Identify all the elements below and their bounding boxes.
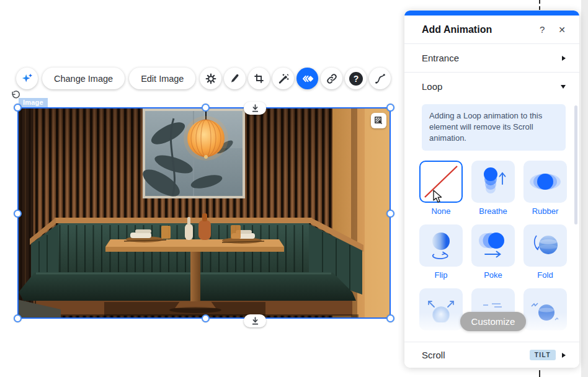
chevron-right-icon [562, 56, 566, 61]
brush-icon [229, 73, 241, 84]
loop-option-poke[interactable]: Poke [471, 224, 515, 280]
interior-photo [17, 107, 391, 319]
rotate-handle[interactable] [10, 90, 21, 104]
poke-icon [477, 232, 509, 259]
section-guide-dashed-bottom [539, 370, 540, 377]
animation-icon [301, 72, 314, 86]
panel-title: Add Animation [422, 24, 540, 35]
loop-option-none[interactable]: None [419, 161, 463, 216]
scroll-section-row[interactable]: Scroll TILT [404, 342, 579, 368]
loop-option-breathe[interactable]: Breathe [471, 161, 515, 216]
change-image-button[interactable]: Change Image [42, 68, 125, 89]
help-button[interactable]: ? [345, 68, 367, 89]
loop-option-tile-partial[interactable] [523, 288, 567, 330]
resize-handle-top-middle[interactable] [202, 104, 210, 112]
resize-handle-bottom-right[interactable] [386, 314, 394, 322]
interactions-button[interactable] [369, 68, 391, 89]
resize-handle-bottom-middle[interactable] [202, 314, 210, 322]
section-guide-dashed-top [539, 0, 540, 10]
loop-option-label: Rubber [532, 206, 559, 216]
image-toolbar: Change Image Edit Image [16, 68, 391, 89]
none-diagonal-icon [422, 163, 460, 200]
ai-effects-button[interactable] [272, 68, 294, 89]
help-icon: ? [349, 72, 363, 86]
flip-icon [426, 231, 456, 260]
rubber-icon [529, 171, 561, 193]
loop-option-tile-rubber[interactable] [523, 161, 567, 203]
element-type-tag: Image [19, 98, 48, 107]
stretch-handle-top[interactable] [244, 102, 266, 115]
loop-option-label: Flip [435, 270, 448, 280]
resize-handle-top-right[interactable] [386, 104, 394, 112]
loop-option-flip[interactable]: Flip [419, 224, 463, 280]
settings-button[interactable] [200, 68, 221, 89]
gear-icon [205, 73, 217, 85]
link-icon [326, 73, 338, 85]
crop-icon [253, 73, 265, 84]
entrance-section-row[interactable]: Entrance [404, 44, 579, 73]
loop-option-tile-none[interactable] [419, 161, 463, 203]
connector-squiggle-icon [374, 73, 386, 85]
edit-image-button[interactable]: Edit Image [129, 68, 195, 89]
stretch-handle-bottom[interactable] [244, 314, 266, 327]
resize-options-button[interactable] [371, 113, 386, 128]
loop-option-tile-flip[interactable] [419, 224, 463, 267]
loop-section-row[interactable]: Loop [404, 73, 579, 100]
tilt-badge: TILT [530, 350, 556, 360]
link-button[interactable] [321, 68, 342, 89]
panel-accent-bar [404, 11, 579, 16]
add-animation-panel: Add Animation ? ✕ Entrance Loop Adding a… [404, 11, 579, 368]
rotate-icon [10, 90, 21, 101]
animation-button-active[interactable] [296, 68, 318, 89]
panel-header: Add Animation ? ✕ [404, 16, 579, 44]
loop-option-label: Breathe [479, 206, 507, 216]
scroll-label: Scroll [422, 350, 530, 360]
scale-crop-icon [374, 116, 383, 125]
loop-option-label: Fold [537, 270, 553, 280]
design-brush-button[interactable] [224, 68, 246, 89]
ai-sparkle-icon [20, 72, 34, 86]
ai-tools-button[interactable] [16, 68, 38, 89]
resize-handle-middle-right[interactable] [386, 210, 394, 218]
loop-option-tile-fold[interactable] [523, 224, 567, 267]
stretch-arrow-icon [251, 317, 259, 325]
help-glyph: ? [354, 74, 359, 84]
loop-notice: Adding a Loop animation to this element … [422, 104, 566, 151]
entrance-label: Entrance [422, 53, 562, 63]
element-type-label: Image [23, 99, 43, 106]
expand-arrows-icon [424, 296, 458, 322]
resize-handle-bottom-left[interactable] [14, 314, 22, 322]
change-image-label: Change Image [54, 74, 113, 84]
loop-option-label: None [431, 206, 450, 216]
fold-icon [530, 231, 560, 260]
panel-help-icon[interactable]: ? [540, 24, 545, 35]
panel-scrollbar[interactable] [574, 105, 577, 224]
edit-image-label: Edit Image [141, 74, 184, 84]
loop-option-rubber[interactable]: Rubber [523, 161, 567, 216]
loop-option-partial-1[interactable] [419, 288, 463, 344]
selected-image-element[interactable]: Image [17, 107, 391, 319]
loop-label: Loop [422, 81, 561, 92]
magic-wand-icon [277, 73, 290, 85]
steps-sphere-icon [528, 296, 563, 322]
chevron-down-icon [561, 85, 566, 89]
resize-handle-top-left[interactable] [14, 104, 22, 112]
customize-label: Customize [471, 316, 515, 327]
panel-close-icon[interactable]: ✕ [558, 25, 566, 35]
loop-option-tile-partial[interactable] [419, 288, 463, 330]
loop-option-partial-3[interactable] [523, 288, 567, 344]
resize-handle-middle-left[interactable] [14, 210, 22, 218]
crop-button[interactable] [248, 68, 270, 89]
loop-option-label: Poke [484, 270, 502, 280]
breathe-icon [478, 166, 508, 198]
loop-option-tile-breathe[interactable] [471, 161, 515, 203]
chevron-right-icon [562, 353, 566, 358]
editor-background-edge [581, 0, 588, 377]
stretch-arrow-icon [251, 104, 259, 112]
loop-option-tile-poke[interactable] [471, 224, 515, 267]
customize-button[interactable]: Customize [460, 312, 526, 331]
loop-option-fold[interactable]: Fold [523, 224, 567, 280]
